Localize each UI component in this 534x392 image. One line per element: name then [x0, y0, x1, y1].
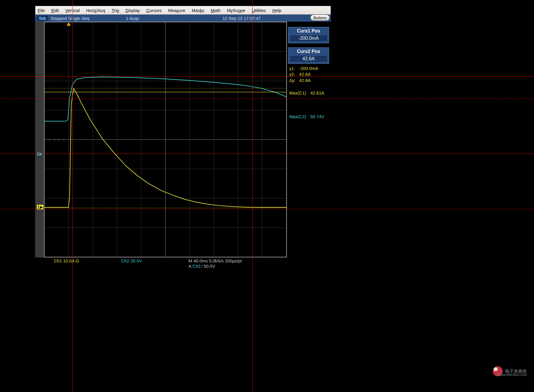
- menu-cursors[interactable]: Cursors: [146, 8, 162, 13]
- waveform-display[interactable]: ◀: [44, 22, 287, 257]
- side-panel: Buttons Curs1 Pos -200.0mA Curs2 Pos 42.…: [287, 22, 331, 257]
- acq-state: Stopped Single Seq: [51, 16, 90, 21]
- tek-logo: Tek: [37, 16, 48, 21]
- menu-display[interactable]: Display: [126, 8, 140, 13]
- timebase-info: M 40.0ms 5.0kS/s 200µs/pt: [189, 258, 242, 264]
- watermark-url: www.elecfans.com: [498, 373, 527, 377]
- annotation-line-h1: [0, 76, 534, 77]
- menu-horiz-acq[interactable]: Horiz/Acq: [86, 8, 105, 13]
- menubar: File Edit Vertical Horiz/Acq Trig Displa…: [35, 6, 331, 15]
- menu-myscope[interactable]: MyScope: [227, 8, 245, 13]
- cursor1-panel[interactable]: Curs1 Pos -200.0mA: [288, 27, 329, 43]
- acq-count: 1 Acqs: [126, 16, 139, 21]
- annotation-line-h2: [0, 99, 534, 99]
- menu-trig[interactable]: Trig: [112, 8, 119, 13]
- timestamp: 12 Sep 12 17:07:47: [222, 16, 261, 21]
- annotation-line-h3: [0, 154, 534, 154]
- menu-file[interactable]: File: [38, 8, 45, 13]
- oscilloscope-window: File Edit Vertical Horiz/Acq Trig Displa…: [35, 6, 331, 269]
- annotation-line-v2: [252, 0, 253, 392]
- measurement-2: Max(C2)56.74V: [288, 114, 331, 119]
- cursor1-label: Curs1 Pos: [290, 28, 328, 34]
- trigger-info: A Ch2 ∕ 50.0V: [189, 263, 215, 269]
- annotation-line-v1: [72, 0, 73, 392]
- watermark: 电子发烧友 www.elecfans.com: [493, 366, 527, 376]
- main-area: 2▶ 1▶: [35, 22, 331, 257]
- menu-masks[interactable]: Masks: [192, 8, 204, 13]
- menu-utilities[interactable]: Utilities: [252, 8, 266, 13]
- menu-help[interactable]: Help: [272, 8, 281, 13]
- trigger-position-marker: [67, 22, 71, 26]
- left-gutter: 2▶ 1▶: [35, 22, 44, 257]
- graticule-svg: [44, 22, 286, 257]
- cursor2-label: Curs2 Pos: [290, 49, 328, 54]
- menu-math[interactable]: Math: [211, 8, 220, 13]
- buttons-toggle[interactable]: Buttons: [310, 15, 330, 21]
- menu-measure[interactable]: Measure: [168, 8, 185, 13]
- ch2-scale: Ch2 20.0V: [121, 258, 142, 264]
- menu-edit[interactable]: Edit: [51, 8, 59, 13]
- annotation-line-h4: [0, 209, 534, 209]
- cursor-readouts: y1:-200.0mA y2:42.6A Δy:42.8A: [288, 66, 331, 83]
- measurement-1: Max(C1)42.61A: [288, 90, 331, 95]
- ch2-ground-marker[interactable]: 2▶: [37, 152, 42, 156]
- cursor2-panel[interactable]: Curs2 Pos 42.6A: [288, 47, 329, 64]
- cursor1-value[interactable]: -200.0mA: [290, 35, 328, 42]
- status-bar: Tek Stopped Single Seq 1 Acqs 12 Sep 12 …: [35, 15, 331, 22]
- cursor2-value[interactable]: 42.6A: [290, 55, 328, 62]
- ch1-scale: Ch1 10.0A Ω: [54, 258, 79, 264]
